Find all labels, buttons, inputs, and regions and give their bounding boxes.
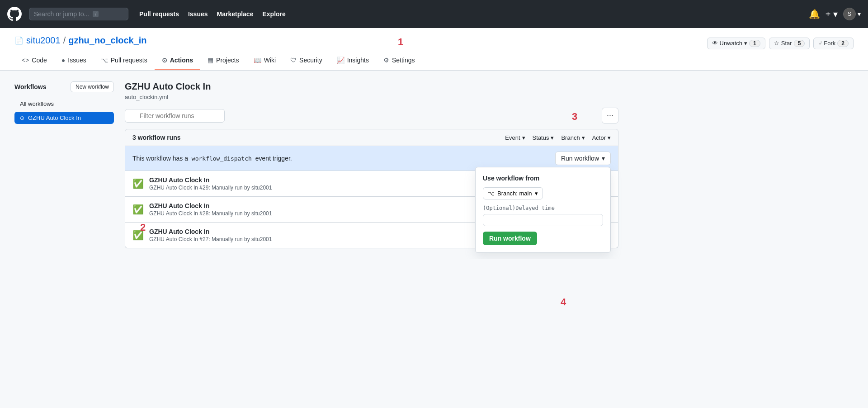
actor-filter-button[interactable]: Actor ▾ xyxy=(592,134,611,141)
unwatch-button[interactable]: 👁 Unwatch ▾ 1 xyxy=(707,38,765,49)
dispatch-text: This workflow has a workflow_dispatch ev… xyxy=(132,155,292,162)
repo-path: 📄 situ2001 / gzhu_no_clock_in xyxy=(14,35,147,46)
github-logo[interactable] xyxy=(7,7,22,21)
repo-name-link[interactable]: gzhu_no_clock_in xyxy=(68,35,146,46)
issue-icon: ● xyxy=(61,57,65,64)
main-content: Workflows New workflow All workflows ⊙ G… xyxy=(0,71,633,259)
search-box[interactable]: Search or jump to... / xyxy=(29,8,128,20)
create-button[interactable]: + ▾ xyxy=(826,9,838,19)
path-separator: / xyxy=(63,35,66,46)
tab-settings[interactable]: ⚙ Settings xyxy=(376,51,422,70)
slash-badge: / xyxy=(93,11,99,17)
filter-input-wrap: 🔍 xyxy=(125,109,598,123)
insights-icon: 📈 xyxy=(337,57,344,64)
projects-icon: ▦ xyxy=(208,57,213,64)
workflow-link-gzhu[interactable]: ⊙ GZHU Auto Clock In xyxy=(14,112,114,124)
fork-icon: ⑂ xyxy=(818,40,822,47)
tab-projects[interactable]: ▦ Projects xyxy=(200,51,246,70)
branch-dropdown-icon: ▾ xyxy=(535,190,538,197)
avatar: S xyxy=(843,8,856,20)
star-icon: ☆ xyxy=(774,40,779,47)
branch-filter-button[interactable]: Branch ▾ xyxy=(561,134,585,141)
eye-icon: 👁 xyxy=(712,40,718,47)
dispatch-banner: This workflow has a workflow_dispatch ev… xyxy=(125,146,618,171)
workflow-area: GZHU Auto Clock In auto_clockin.yml 🔍 ··… xyxy=(125,81,618,248)
search-text: Search or jump to... xyxy=(34,10,89,18)
delay-time-input[interactable] xyxy=(483,214,603,226)
sidebar: Workflows New workflow All workflows ⊙ G… xyxy=(14,81,114,248)
all-workflows-link[interactable]: All workflows xyxy=(14,98,114,110)
optional-label: (Optional)Delayed time xyxy=(483,205,603,211)
wiki-icon: 📖 xyxy=(254,57,261,64)
new-workflow-button[interactable]: New workflow xyxy=(71,81,114,92)
repo-header-top: 📄 situ2001 / gzhu_no_clock_in 👁 Unwatch … xyxy=(14,35,854,51)
run-success-icon: ✅ xyxy=(132,178,144,189)
tab-security[interactable]: 🛡 Security xyxy=(283,51,330,70)
dispatch-code: workflow_dispatch xyxy=(190,155,254,162)
tab-issues[interactable]: ● Issues xyxy=(54,51,94,70)
nav-pull-requests[interactable]: Pull requests xyxy=(139,10,179,18)
tab-code[interactable]: <> Code xyxy=(14,51,54,70)
notifications-button[interactable]: 🔔 xyxy=(809,9,820,19)
workflow-title: GZHU Auto Clock In xyxy=(125,81,618,92)
filter-bar: 🔍 ··· xyxy=(125,108,618,123)
repo-icon: 📄 xyxy=(14,36,24,45)
top-nav: Search or jump to... / Pull requests Iss… xyxy=(0,0,868,28)
repo-owner-link[interactable]: situ2001 xyxy=(26,35,61,46)
runs-table-header: 3 workflow runs Event ▾ Status ▾ Branch … xyxy=(125,129,618,146)
branch-selector[interactable]: ⌥ Branch: main ▾ xyxy=(483,187,543,199)
security-icon: 🛡 xyxy=(290,57,297,64)
nav-links: Pull requests Issues Marketplace Explore xyxy=(139,10,286,18)
run-workflow-popup: Use workflow from ⌥ Branch: main ▾ (Opti… xyxy=(475,167,611,253)
star-button[interactable]: ☆ Star 5 xyxy=(769,38,810,49)
actions-icon: ⊙ xyxy=(162,57,167,64)
run-workflow-submit-button[interactable]: Run workflow xyxy=(483,232,537,245)
event-filter-button[interactable]: Event ▾ xyxy=(505,134,525,141)
sidebar-title: Workflows xyxy=(14,83,47,90)
dropdown-arrow-icon: ▾ xyxy=(602,155,605,162)
tab-wiki[interactable]: 📖 Wiki xyxy=(246,51,283,70)
run-success-icon: ✅ xyxy=(132,204,144,215)
repo-header: 📄 situ2001 / gzhu_no_clock_in 👁 Unwatch … xyxy=(0,28,868,71)
fork-button[interactable]: ⑂ Fork 2 xyxy=(813,38,854,49)
nav-issues[interactable]: Issues xyxy=(188,10,208,18)
run-workflow-wrapper: Run workflow ▾ Use workflow from ⌥ Branc… xyxy=(555,152,611,165)
filter-input[interactable] xyxy=(125,109,225,123)
user-avatar-button[interactable]: S ▾ xyxy=(843,8,861,20)
status-filter-button[interactable]: Status ▾ xyxy=(533,134,554,141)
code-icon: <> xyxy=(22,57,29,64)
filter-more-button[interactable]: ··· xyxy=(602,108,618,123)
runs-count: 3 workflow runs xyxy=(132,134,181,141)
settings-icon: ⚙ xyxy=(383,57,389,64)
nav-explore[interactable]: Explore xyxy=(262,10,285,18)
tab-actions[interactable]: ⊙ Actions xyxy=(155,51,200,70)
run-success-icon: ✅ xyxy=(132,230,144,241)
tab-insights[interactable]: 📈 Insights xyxy=(330,51,376,70)
nav-right: 🔔 + ▾ S ▾ xyxy=(809,8,861,20)
pr-icon: ⌥ xyxy=(101,57,108,64)
tab-pull-requests[interactable]: ⌥ Pull requests xyxy=(94,51,155,70)
workflow-file: auto_clockin.yml xyxy=(125,94,618,100)
workflow-run-icon: ⊙ xyxy=(20,115,24,121)
run-workflow-button[interactable]: Run workflow ▾ xyxy=(555,152,611,165)
repo-actions: 👁 Unwatch ▾ 1 ☆ Star 5 ⑂ Fork 2 xyxy=(707,38,854,49)
branch-icon: ⌥ xyxy=(488,190,495,197)
nav-marketplace[interactable]: Marketplace xyxy=(217,10,254,18)
tab-nav: <> Code ● Issues ⌥ Pull requests ⊙ Actio… xyxy=(14,51,854,70)
runs-filters: Event ▾ Status ▾ Branch ▾ Actor ▾ xyxy=(505,134,611,141)
popup-title: Use workflow from xyxy=(483,175,603,182)
sidebar-header: Workflows New workflow xyxy=(14,81,114,92)
